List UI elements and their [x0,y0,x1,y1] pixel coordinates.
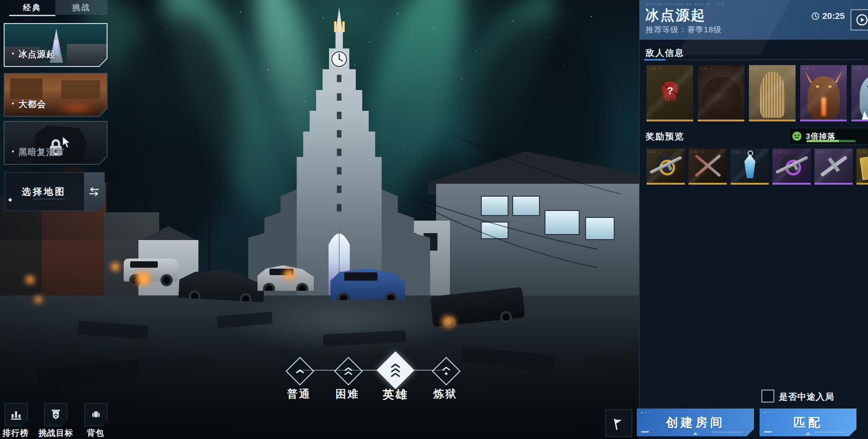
weapon-case-emblem [779,154,805,177]
enemy-list: ⚠ ||| · | ? ⚠ ||| · | ⚠ ||| · | [647,65,868,121]
match-label: 匹配 [793,415,823,431]
backpack-icon [90,409,102,421]
enemy-card-mystery[interactable]: ⚠ ||| · | ? [647,65,693,121]
difficulty-label-normal[interactable]: 普通 [287,387,311,401]
map-card-metropolis[interactable]: 大都会 [4,73,108,117]
card-corner-mark: ⚠ ||| · | [690,150,703,153]
mystery-skull-icon: ? [659,80,681,105]
play-preview-button[interactable] [850,9,868,30]
section-accent [644,59,665,60]
button-deco [815,432,844,433]
mid-join-checkbox[interactable] [761,390,774,403]
banshee-portrait [760,72,785,118]
enemy-card-lava-demon[interactable]: ⚠ ||| · | [800,65,847,121]
deco-line [33,198,65,199]
reward-card-ice-crystal[interactable]: ⚠ ||| · | [730,149,769,185]
enemy-section-title: 敌人信息 [646,47,684,59]
map-card-label: 大都会 [18,98,46,110]
button-corner-mark: ◢ || ·| [641,410,651,414]
button-deco [641,431,649,433]
difficulty-node-hero[interactable] [377,351,414,389]
map-card-label: 黑暗复活节 [18,146,65,158]
panel-header: NIZZAN FUTURE NA 9095TS · 07A 冰点源起 推荐等级：… [640,0,868,40]
match-button[interactable]: ◢ || ·| 匹配 [760,409,856,436]
weapon-icon [820,156,848,177]
mouse-cursor [62,136,73,149]
section-divider [644,60,865,60]
recommended-level: 推荐等级：赛季18级 [646,24,722,35]
ice-crystal-icon [742,154,758,178]
tab-classic-label: 经典 [23,2,42,13]
map-thumbnail: 冰点源起 [5,24,107,66]
weapon-icon [828,157,840,172]
report-flag-button[interactable] [605,409,632,437]
button-deco [712,432,742,433]
map-select-screen: 经典 挑战 冰点源起 大都会 黑暗复活节 选 [0,0,868,439]
rifle-icon [775,156,808,174]
reward-card-gold-item[interactable]: ⚠ ||| · | [856,149,868,185]
blade-icon [694,154,721,177]
frost-giant-portrait [860,75,868,120]
rifle-icon [649,156,682,174]
difficulty-track [299,370,445,371]
button-deco [806,432,810,435]
round-timer: 20:25 [811,11,845,21]
card-corner-mark: ⚠ ||| · | [816,150,829,153]
card-corner-mark: ⚠ ||| · | [648,66,661,70]
swap-map-button[interactable] [84,173,104,210]
button-corner-mark: ◢ || ·| [763,410,773,414]
mid-join-label: 是否中途入局 [779,391,834,403]
enemy-card-dragon[interactable]: ⚠ ||| · | [698,65,744,121]
button-deco [693,432,698,435]
challenge-goal-button[interactable] [44,403,67,426]
gold-item-icon [860,154,868,180]
target-banner-icon [50,409,62,421]
create-room-label: 创建房间 [666,415,725,431]
leaderboard-button[interactable] [5,403,28,426]
map-card-dark-easter[interactable]: 黑暗复活节 [4,121,108,165]
card-corner-mark: ⚠ ||| · | [732,150,745,153]
diamond-bullet [8,198,12,202]
card-corner-mark: ⚠ ||| · | [700,66,712,70]
card-corner-mark: ⚠ ||| · | [858,150,868,153]
swap-icon [88,186,101,197]
leaderboard-label: 排行榜 [3,427,29,439]
map-thumbnail: 黑暗复活节 [5,122,107,164]
reward-card-purple-weapon-case[interactable]: ⚠ ||| · | [772,149,811,185]
select-map-panel[interactable]: 选择地图 [5,172,105,211]
reward-list: ⚠ ||| · | ⚠ ||| · | ⚠ ||| · | ⚠ ||| · | [647,149,868,185]
card-corner-mark: ⚠ ||| · | [751,66,764,70]
flag-icon [611,415,627,432]
map-thumbnail: 大都会 [5,74,107,116]
leaderboard-icon [10,409,22,421]
challenge-goal-label: 挑战目标 [38,427,73,439]
card-corner-mark: ⚠ ||| · | [853,66,866,70]
difficulty-label-hard[interactable]: 困难 [335,387,359,401]
reward-card-gold-weapon-case[interactable]: ⚠ ||| · | [647,149,685,185]
map-card-frostpoint[interactable]: 冰点源起 [4,23,108,67]
map-title: 冰点源起 [645,6,706,25]
dragon-portrait [702,77,741,118]
star-icon: ★ [444,371,449,376]
tab-classic[interactable]: 经典 [9,0,55,15]
blade-icon [694,154,721,177]
drop-progress-bar [807,140,856,142]
svg-text:?: ? [667,84,673,96]
difficulty-label-purgatory[interactable]: 炼狱 [433,387,457,401]
reward-card-crossed-blades[interactable]: ⚠ ||| · | [688,149,727,185]
reward-card-silver-weapon[interactable]: ⚠ ||| · | [814,149,853,185]
play-icon [855,13,868,27]
enemy-card-frost-giant[interactable]: ⚠ ||| · | [851,65,868,121]
backpack-button[interactable] [84,403,108,426]
reward-section-title: 奖励预览 [646,131,684,143]
enemy-card-banshee[interactable]: ⚠ ||| · | [749,65,796,121]
tab-active-underline [9,15,55,16]
map-detail-panel: NIZZAN FUTURE NA 9095TS · 07A 冰点源起 推荐等级：… [639,0,868,439]
lava-demon-portrait [808,76,840,120]
card-corner-mark: ⚠ ||| · | [774,150,787,153]
create-room-button[interactable]: ◢ || ·| 创建房间 [637,409,754,436]
map-card-label: 冰点源起 [18,48,55,60]
banshee-shoulders [751,92,794,120]
difficulty-label-hero[interactable]: 英雄 [383,387,408,402]
tab-challenge[interactable]: 挑战 [55,0,108,15]
